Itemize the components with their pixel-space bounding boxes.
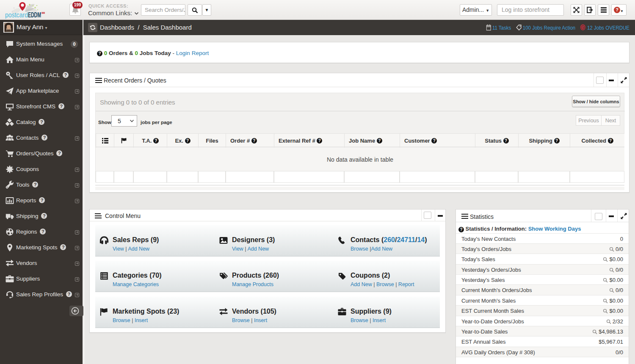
svg-text:postcard: postcard (5, 11, 28, 19)
svg-text:EDDM: EDDM (28, 11, 41, 19)
